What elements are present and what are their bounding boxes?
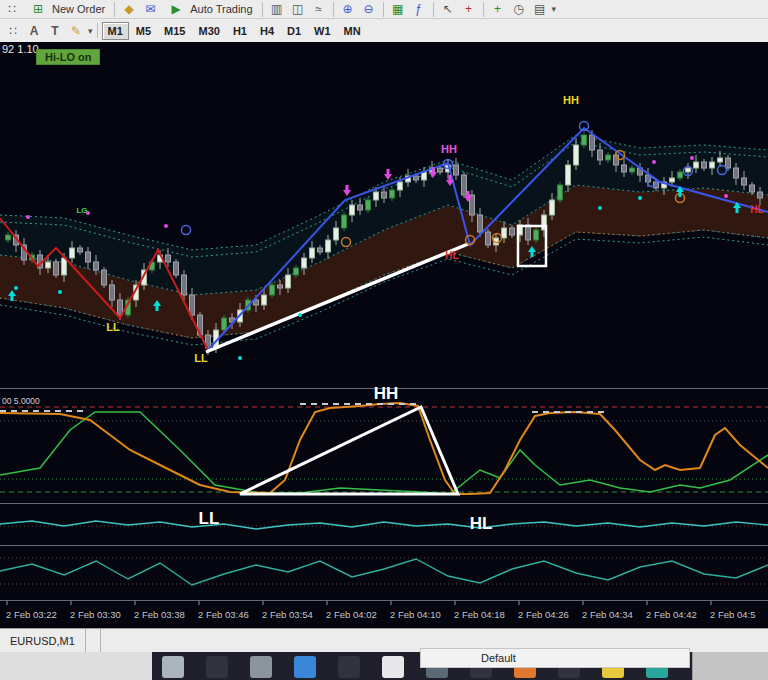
taskbar-tray-area[interactable] xyxy=(692,652,768,680)
toolbar-separator xyxy=(383,2,384,17)
svg-text:2 Feb 03:22: 2 Feb 03:22 xyxy=(6,609,57,620)
shapes-tool-icon[interactable]: ✎ xyxy=(66,23,86,39)
svg-text:HH: HH xyxy=(563,94,579,106)
taskbar-app-icon[interactable] xyxy=(206,656,228,678)
timeframe-m15[interactable]: M15 xyxy=(158,22,191,40)
svg-text:2 Feb 03:30: 2 Feb 03:30 xyxy=(70,609,121,620)
svg-text:2 Feb 03:38: 2 Feb 03:38 xyxy=(134,609,185,620)
auto-trading-label: Auto Trading xyxy=(190,3,252,15)
auto-trading-play-icon: ▶ xyxy=(166,1,186,17)
new-order-label: New Order xyxy=(52,3,105,15)
crosshair-icon[interactable]: + xyxy=(459,1,479,17)
svg-text:2 Feb 04:02: 2 Feb 04:02 xyxy=(326,609,377,620)
profile-indicator[interactable]: Default xyxy=(420,648,690,668)
svg-text:2 Feb 03:54: 2 Feb 03:54 xyxy=(262,609,313,620)
auto-trading-button[interactable]: ▶ Auto Trading xyxy=(161,1,257,17)
timeframe-h4[interactable]: H4 xyxy=(254,22,280,40)
toolbar-charts: ∷ A T ✎ ▾ M1 M5 M15 M30 H1 H4 D1 W1 MN xyxy=(0,19,768,43)
taskbar-app-icon[interactable] xyxy=(294,656,316,678)
svg-text:2 Feb 04:18: 2 Feb 04:18 xyxy=(454,609,505,620)
symbol-period-tab[interactable]: EURUSD,M1 xyxy=(0,629,86,653)
expert-advisors-icon[interactable]: ◆ xyxy=(119,1,139,17)
toolbar-separator xyxy=(483,2,484,17)
templates-icon[interactable]: ▤ xyxy=(530,1,550,17)
taskbar-app-icon[interactable] xyxy=(338,656,360,678)
toolbar-separator xyxy=(262,2,263,17)
text-tool-icon[interactable]: A xyxy=(24,23,44,39)
status-separator xyxy=(100,629,101,653)
templates-dropdown-caret[interactable]: ▾ xyxy=(552,4,557,14)
svg-text:HL: HL xyxy=(445,250,458,261)
zoom-in-icon[interactable]: ⊕ xyxy=(338,1,358,17)
svg-text:2 Feb 04:34: 2 Feb 04:34 xyxy=(582,609,633,620)
svg-text:HH: HH xyxy=(441,143,457,155)
mt4-window: ∷ ⊞ New Order ◆ ✉ ▶ Auto Trading ▥ ◫ ≈ ⊕… xyxy=(0,0,768,680)
svg-text:2 Feb 04:26: 2 Feb 04:26 xyxy=(518,609,569,620)
svg-text:LL: LL xyxy=(199,509,220,528)
taskbar-app-icon[interactable] xyxy=(250,656,272,678)
shapes-dropdown-caret[interactable]: ▾ xyxy=(88,26,93,36)
svg-text:HL: HL xyxy=(470,514,493,533)
svg-text:00 5.0000: 00 5.0000 xyxy=(2,396,40,406)
taskbar-app-icon[interactable] xyxy=(162,656,184,678)
toolbar-grip-icon[interactable]: ∷ xyxy=(2,1,22,17)
new-order-icon: ⊞ xyxy=(28,1,48,17)
svg-text:2 Feb 03:46: 2 Feb 03:46 xyxy=(198,609,249,620)
svg-text:2 Feb 04:10: 2 Feb 04:10 xyxy=(390,609,441,620)
data-window-icon[interactable]: ✉ xyxy=(140,1,160,17)
chart-canvas[interactable]: 00 5.00002 Feb 03:222 Feb 03:302 Feb 03:… xyxy=(0,42,768,628)
tile-windows-icon[interactable]: ▦ xyxy=(388,1,408,17)
toolbar-separator xyxy=(114,2,115,17)
indicators-icon[interactable]: ƒ xyxy=(409,1,429,17)
bar-chart-icon[interactable]: ▥ xyxy=(267,1,287,17)
svg-text:2 Feb 04:42: 2 Feb 04:42 xyxy=(646,609,697,620)
timeframe-w1[interactable]: W1 xyxy=(308,22,337,40)
svg-text:LL: LL xyxy=(194,352,208,364)
zoom-out-icon[interactable]: ⊖ xyxy=(359,1,379,17)
profile-label: Default xyxy=(481,652,516,664)
period-clock-icon[interactable]: ◷ xyxy=(509,1,529,17)
toolbar-standard: ∷ ⊞ New Order ◆ ✉ ▶ Auto Trading ▥ ◫ ≈ ⊕… xyxy=(0,0,768,19)
taskbar-app-icon[interactable] xyxy=(382,656,404,678)
line-chart-icon[interactable]: ≈ xyxy=(309,1,329,17)
candlestick-chart-icon[interactable]: ◫ xyxy=(288,1,308,17)
text-label-tool-icon[interactable]: T xyxy=(45,23,65,39)
timeframe-m5[interactable]: M5 xyxy=(130,22,157,40)
svg-text:LG: LG xyxy=(76,206,87,215)
timeframe-mn[interactable]: MN xyxy=(338,22,367,40)
add-indicator-icon[interactable]: + xyxy=(488,1,508,17)
svg-text:2 Feb 04:5: 2 Feb 04:5 xyxy=(710,609,755,620)
timeframe-m1[interactable]: M1 xyxy=(102,22,129,40)
chart-area[interactable]: 92 1.10 Hi-LO on 00 5.00002 Feb 03:222 F… xyxy=(0,42,768,628)
svg-text:HH: HH xyxy=(374,384,399,403)
toolbar-separator xyxy=(97,23,98,38)
timeframe-m30[interactable]: M30 xyxy=(193,22,226,40)
toolbar-separator xyxy=(433,2,434,17)
new-order-button[interactable]: ⊞ New Order xyxy=(23,1,110,17)
svg-text:HL: HL xyxy=(750,204,763,215)
timeframe-h1[interactable]: H1 xyxy=(227,22,253,40)
toolbar-separator xyxy=(333,2,334,17)
timeframe-d1[interactable]: D1 xyxy=(281,22,307,40)
cursor-icon[interactable]: ↖ xyxy=(438,1,458,17)
svg-text:LL: LL xyxy=(106,321,120,333)
grid-config-icon[interactable]: ∷ xyxy=(3,23,23,39)
